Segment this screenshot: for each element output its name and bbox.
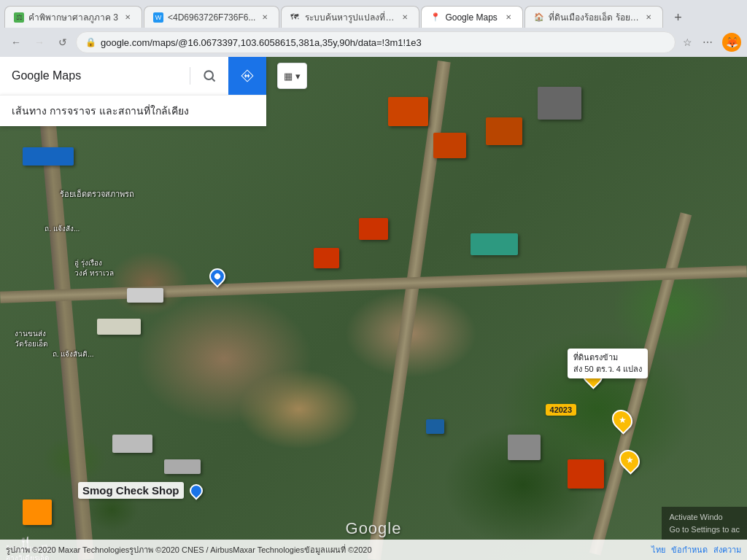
map-toolbar: ▦ ▾ <box>277 63 307 89</box>
building-teal <box>471 233 518 255</box>
address-text: google.com/maps/@16.0673397,103.6058615,… <box>101 37 666 48</box>
building-6 <box>314 248 339 268</box>
reload-button[interactable]: ↺ <box>53 32 73 52</box>
copyright-text: รูปภาพ ©2020 Maxar Technologiesรูปภาพ ©2… <box>6 543 372 556</box>
svg-line-1 <box>212 79 215 82</box>
maps-container: ร้อยเอ็ดตรวจสภาพรถ ถ. แจ้งสัง... อู่ รุ่… <box>0 57 747 560</box>
directions-button[interactable] <box>228 57 266 95</box>
activate-windows-notice: Activate Windo Go to Settings to ac <box>662 507 747 540</box>
back-button[interactable]: ← <box>6 32 26 52</box>
search-box: Google Maps <box>0 57 266 95</box>
building-white1 <box>127 288 163 303</box>
activate-line2: Go to Settings to ac <box>669 524 740 536</box>
new-tab-button[interactable]: + <box>667 7 688 28</box>
tab-4-close[interactable]: ✕ <box>503 12 514 23</box>
building-smog1 <box>112 435 152 453</box>
copyright-links: ไทย ข้อกำหนด ส่งความ <box>651 543 741 556</box>
google-watermark: Google <box>346 519 402 538</box>
address-bar-row: ← → ↺ 🔒 google.com/maps/@16.0673397,103.… <box>0 28 747 57</box>
search-hint-text: เส้นทาง การจราจร และสถานที่ใกล้เคียง <box>12 105 189 117</box>
map-background[interactable]: ร้อยเอ็ดตรวจสภาพรถ ถ. แจ้งสัง... อู่ รุ่… <box>0 57 747 560</box>
map-type-button[interactable]: ▦ ▾ <box>277 63 307 89</box>
tab-5-close[interactable]: ✕ <box>643 12 654 23</box>
tab-2[interactable]: W <4D6963726F736F6... ✕ <box>144 6 279 28</box>
popup-that-din: ที่ดินตรงข้ามส่ง 50 ตร.ว. 4 แปลง <box>568 349 648 378</box>
smog-check-shop-label: Smog Check Shop <box>78 482 184 499</box>
maps-search-panel: Google Maps เส้นทาง การจราจร และสถานที่ใ… <box>0 57 266 126</box>
tab-4-maps[interactable]: 📍 Google Maps ✕ <box>421 6 523 28</box>
tab-1-favicon: ⚖ <box>14 12 24 23</box>
tab-5-favicon: 🏠 <box>534 12 544 23</box>
tab-2-close[interactable]: ✕ <box>260 12 270 23</box>
copyright-bar: รูปภาพ ©2020 Maxar Technologiesรูปภาพ ©2… <box>0 540 747 560</box>
copyright-link-terms[interactable]: ข้อกำหนด <box>671 543 708 556</box>
secure-icon: 🔒 <box>85 37 96 47</box>
tab-1[interactable]: ⚖ คำพิพากษาศาลภูภาค 3 ✕ <box>4 6 142 28</box>
browser-chrome: ⚖ คำพิพากษาศาลภูภาค 3 ✕ W <4D6963726F736… <box>0 0 747 57</box>
tab-2-title: <4D6963726F736F6... <box>168 12 255 23</box>
tab-1-title: คำพิพากษาศาลภูภาค 3 <box>28 10 118 24</box>
map-type-dropdown-icon: ▾ <box>295 71 301 82</box>
building-white2 <box>97 319 141 335</box>
forward-button[interactable]: → <box>29 32 50 52</box>
search-hint-bar: เส้นทาง การจราจร และสถานที่ใกล้เคียง <box>0 95 266 126</box>
tab-2-favicon: W <box>153 12 163 23</box>
bookmark-icon[interactable]: ☆ <box>678 34 696 51</box>
tab-4-title: Google Maps <box>445 12 499 23</box>
tab-3-close[interactable]: ✕ <box>400 12 410 23</box>
tab-3[interactable]: 🗺 ระบบค้นหารูปแปลงที่ดิน ✕ <box>281 6 419 28</box>
smog-check-shop-container: Smog Check Shop <box>78 482 203 499</box>
svg-point-0 <box>204 71 213 79</box>
search-button[interactable] <box>190 57 228 95</box>
profile-avatar[interactable]: 🦊 <box>722 33 741 52</box>
tab-3-favicon: 🗺 <box>290 12 301 23</box>
tab-4-favicon: 📍 <box>430 12 441 23</box>
pin-star-2 <box>613 409 632 431</box>
pin-star-3 <box>620 449 639 471</box>
activate-line1: Activate Windo <box>669 511 740 524</box>
address-bar[interactable]: 🔒 google.com/maps/@16.0673397,103.605861… <box>76 31 676 53</box>
search-input-text: Google Maps <box>12 69 81 82</box>
building-4 <box>538 87 581 120</box>
building-blue <box>426 419 444 434</box>
tab-1-close[interactable]: ✕ <box>123 12 133 23</box>
pin-blue-1 <box>209 268 225 284</box>
building-3 <box>486 117 522 145</box>
search-input-area[interactable]: Google Maps <box>0 69 190 82</box>
tab-5-title: ที่ดินเมืองร้อยเอ็ด ร้อยเอ็... <box>549 10 639 24</box>
map-type-icon: ▦ <box>284 71 293 82</box>
building-2 <box>433 133 466 158</box>
tab-3-title: ระบบค้นหารูปแปลงที่ดิน <box>305 10 395 24</box>
copyright-link-thai[interactable]: ไทย <box>651 543 665 556</box>
tab-5[interactable]: 🏠 ที่ดินเมืองร้อยเอ็ด ร้อยเอ็... ✕ <box>525 6 663 28</box>
building-5 <box>359 218 388 240</box>
building-smog2 <box>164 459 201 474</box>
building-br2 <box>568 459 604 489</box>
settings-icon[interactable]: ⋯ <box>699 34 716 51</box>
building-orange-bl <box>23 499 52 525</box>
building-1 <box>388 97 428 126</box>
building-br1 <box>508 435 541 460</box>
building-blue-left <box>23 147 74 166</box>
number-badge-42023: 42023 <box>546 404 577 416</box>
copyright-link-send[interactable]: ส่งความ <box>713 543 741 556</box>
address-actions: ☆ ⋯ <box>678 34 716 51</box>
smog-check-pin <box>190 484 203 497</box>
tab-bar: ⚖ คำพิพากษาศาลภูภาค 3 ✕ W <4D6963726F736… <box>0 0 747 28</box>
